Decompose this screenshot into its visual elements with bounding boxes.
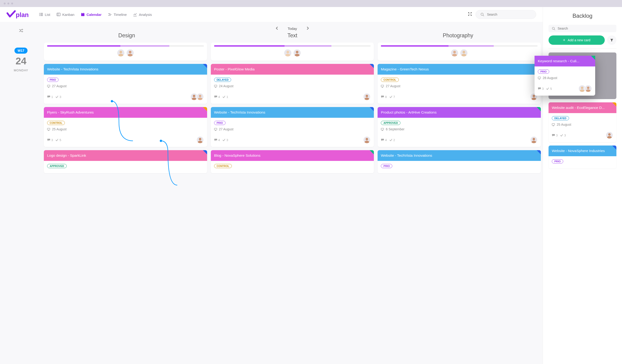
task-card[interactable]: Poster - PixelGlow Media DELAYED 24 Augu… <box>211 64 374 104</box>
svg-point-19 <box>119 51 122 53</box>
search-main[interactable] <box>476 10 536 19</box>
nav-timeline[interactable]: Timeline <box>108 13 127 17</box>
corner-tag <box>203 64 207 68</box>
svg-point-16 <box>481 13 483 15</box>
expand-icon <box>468 12 472 16</box>
card-stats: 4 2 <box>381 138 395 142</box>
sidebar-search[interactable] <box>548 25 616 32</box>
check-icon <box>389 95 392 98</box>
avatar <box>460 49 468 57</box>
comment-icon <box>214 95 217 98</box>
prev-day-button[interactable] <box>276 27 278 31</box>
task-card[interactable]: Website audit - EcoElegance D... DELAYED… <box>548 102 616 142</box>
card-stats: 3 3 <box>552 134 566 137</box>
svg-point-35 <box>286 51 289 53</box>
add-card-button[interactable]: + Add a new card <box>548 36 605 45</box>
card-stats: 3 5 <box>538 87 552 91</box>
comment-count: 3 <box>556 134 558 137</box>
task-card[interactable]: Magazine - GreenTech Nexus CONTROL 27 Au… <box>378 64 541 104</box>
week-badge: W17 <box>15 48 28 54</box>
topbar: plan List Kanban Calendar Timeline <box>0 7 543 22</box>
card-date-row: 25 August <box>552 123 613 126</box>
task-card[interactable]: Flyers - SkyRush Adventures CONTROL 25 A… <box>44 107 207 147</box>
card-stats: 4 1 <box>214 95 228 99</box>
logo: plan <box>6 10 32 19</box>
svg-rect-6 <box>40 15 43 16</box>
check-icon <box>55 95 58 98</box>
comment-icon <box>47 138 50 142</box>
avatar <box>451 49 459 57</box>
svg-rect-38 <box>214 85 217 87</box>
nav-list[interactable]: List <box>39 13 50 17</box>
nav-timeline-label: Timeline <box>114 13 127 17</box>
card-date: 25 August <box>52 127 66 131</box>
window-dot <box>4 2 6 4</box>
check-count: 1 <box>226 95 228 99</box>
svg-rect-5 <box>39 15 40 16</box>
check-count: 3 <box>59 95 61 99</box>
svg-point-26 <box>193 95 195 97</box>
comment-icon <box>47 95 50 98</box>
svg-rect-9 <box>81 13 84 16</box>
nav-analysis[interactable]: Analysis <box>133 13 152 17</box>
chevron-right-icon <box>307 27 309 30</box>
task-card[interactable]: Website - TechVista Innovations PRIO <box>378 150 541 173</box>
nav-calendar[interactable]: Calendar <box>81 13 101 17</box>
svg-rect-11 <box>83 13 84 14</box>
nav-kanban[interactable]: Kanban <box>57 13 74 17</box>
next-day-button[interactable] <box>307 27 309 31</box>
date-block: W17 24 MONDAY <box>14 48 28 72</box>
column-title-design: Design <box>44 32 210 39</box>
sidebar-search-input[interactable] <box>558 27 613 30</box>
svg-point-37 <box>296 51 298 53</box>
avatar <box>196 136 204 144</box>
card-date-row: 28 August <box>538 76 592 80</box>
today-label[interactable]: Today <box>288 27 297 31</box>
svg-rect-43 <box>214 128 217 130</box>
window-dot <box>11 2 13 4</box>
svg-rect-2 <box>40 13 43 14</box>
task-card[interactable]: Logo design - SparkLink APPROVED <box>44 150 207 173</box>
svg-point-70 <box>581 87 583 89</box>
card-tag: PRIO <box>538 70 549 74</box>
svg-point-33 <box>199 138 201 140</box>
presentation-icon <box>214 128 217 131</box>
card-date: 6 September <box>386 127 404 131</box>
svg-point-72 <box>587 87 590 89</box>
column-title-photography: Photography <box>375 32 541 39</box>
svg-rect-1 <box>39 13 40 14</box>
shuffle-button[interactable] <box>19 28 23 34</box>
avatar <box>284 49 292 57</box>
expand-button[interactable] <box>468 12 472 17</box>
svg-rect-52 <box>381 85 384 87</box>
check-count: 5 <box>59 138 61 142</box>
dragging-card[interactable]: Keyword research - Culi... PRIO 28 Augus… <box>535 56 595 96</box>
filter-button[interactable] <box>607 36 616 45</box>
card-date: 27 August <box>386 84 400 88</box>
task-card[interactable]: Website - TechVista Innovations PRIO 27 … <box>44 64 207 104</box>
card-tag: PRIO <box>214 121 226 125</box>
svg-line-65 <box>554 29 555 30</box>
svg-point-61 <box>533 138 535 140</box>
card-header: Poster - PixelGlow Media <box>211 64 374 75</box>
check-icon <box>560 134 563 137</box>
avatar <box>196 93 204 100</box>
card-stats: 8 7 <box>381 95 395 99</box>
task-card[interactable]: Product photos - ArtHive Creations APPRO… <box>378 107 541 147</box>
card-header: Website - TechVista Innovations <box>44 64 207 75</box>
svg-rect-7 <box>57 13 60 16</box>
svg-rect-29 <box>47 128 50 130</box>
task-card[interactable]: Website - TechVista Innovations PRIO 27 … <box>211 107 374 147</box>
comment-count: 3 <box>51 138 53 142</box>
progress-bar <box>214 45 371 47</box>
task-card[interactable]: Website - NovaSphere Industries PRIO <box>548 146 616 169</box>
search-input[interactable] <box>487 13 531 16</box>
check-count: 7 <box>393 95 395 99</box>
card-title: Website - TechVista Innovations <box>381 153 432 157</box>
card-tag: PRIO <box>381 164 392 168</box>
task-card[interactable]: Blog - NovaSphere Solutions CONTROL <box>211 150 374 173</box>
avatar <box>363 93 370 100</box>
search-icon <box>552 27 555 30</box>
column-header-card <box>44 42 207 61</box>
avatar <box>584 85 592 92</box>
